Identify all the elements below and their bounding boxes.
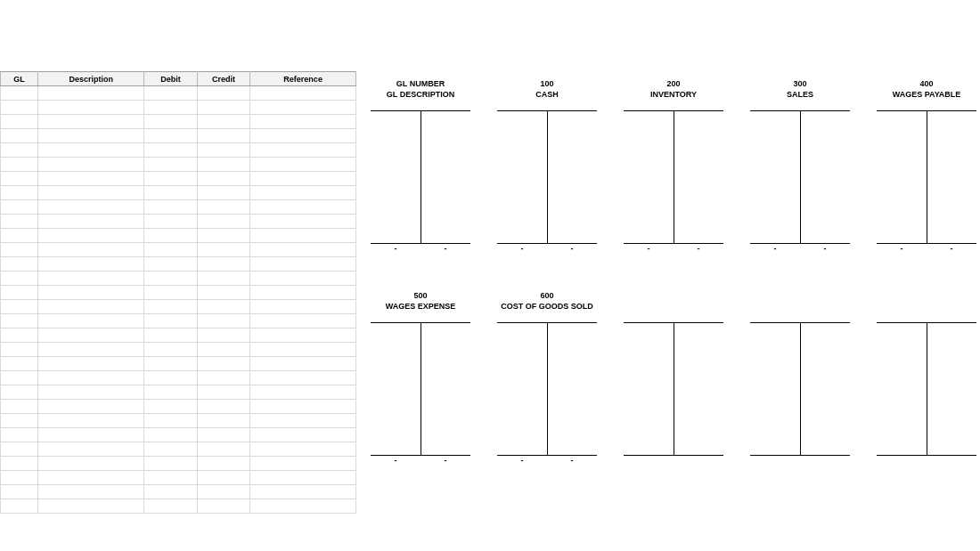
journal-cell[interactable]	[250, 357, 356, 371]
journal-cell[interactable]	[144, 457, 197, 471]
journal-cell[interactable]	[38, 400, 144, 414]
journal-cell[interactable]	[197, 385, 250, 400]
journal-cell[interactable]	[38, 357, 144, 371]
journal-cell[interactable]	[38, 86, 144, 101]
journal-cell[interactable]	[1, 215, 38, 229]
journal-cell[interactable]	[144, 243, 197, 257]
journal-cell[interactable]	[38, 215, 144, 229]
journal-cell[interactable]	[250, 414, 356, 428]
journal-cell[interactable]	[250, 385, 356, 400]
journal-cell[interactable]	[250, 86, 356, 101]
journal-cell[interactable]	[144, 300, 197, 314]
journal-cell[interactable]	[38, 471, 144, 485]
journal-cell[interactable]	[38, 371, 144, 385]
journal-cell[interactable]	[1, 485, 38, 499]
journal-cell[interactable]	[197, 186, 250, 200]
journal-cell[interactable]	[38, 158, 144, 172]
journal-cell[interactable]	[38, 300, 144, 314]
journal-cell[interactable]	[38, 186, 144, 200]
journal-cell[interactable]	[38, 457, 144, 471]
journal-cell[interactable]	[250, 485, 356, 499]
journal-cell[interactable]	[197, 371, 250, 385]
journal-cell[interactable]	[38, 328, 144, 343]
journal-cell[interactable]	[38, 442, 144, 457]
journal-cell[interactable]	[1, 200, 38, 215]
journal-cell[interactable]	[250, 428, 356, 442]
journal-cell[interactable]	[1, 143, 38, 158]
journal-cell[interactable]	[38, 343, 144, 357]
journal-cell[interactable]	[197, 428, 250, 442]
journal-cell[interactable]	[1, 428, 38, 442]
journal-cell[interactable]	[197, 286, 250, 300]
journal-cell[interactable]	[197, 343, 250, 357]
journal-cell[interactable]	[250, 229, 356, 243]
journal-cell[interactable]	[250, 499, 356, 514]
journal-cell[interactable]	[38, 143, 144, 158]
journal-cell[interactable]	[250, 129, 356, 143]
journal-cell[interactable]	[144, 143, 197, 158]
journal-cell[interactable]	[144, 215, 197, 229]
journal-cell[interactable]	[197, 457, 250, 471]
journal-cell[interactable]	[197, 328, 250, 343]
journal-cell[interactable]	[38, 101, 144, 115]
journal-cell[interactable]	[1, 300, 38, 314]
journal-cell[interactable]	[144, 414, 197, 428]
journal-cell[interactable]	[197, 129, 250, 143]
journal-cell[interactable]	[38, 172, 144, 186]
journal-cell[interactable]	[144, 129, 197, 143]
journal-cell[interactable]	[250, 328, 356, 343]
journal-cell[interactable]	[144, 328, 197, 343]
journal-cell[interactable]	[38, 257, 144, 271]
journal-cell[interactable]	[144, 385, 197, 400]
journal-cell[interactable]	[197, 158, 250, 172]
journal-cell[interactable]	[197, 115, 250, 129]
journal-cell[interactable]	[144, 471, 197, 485]
journal-cell[interactable]	[38, 286, 144, 300]
journal-cell[interactable]	[144, 158, 197, 172]
journal-cell[interactable]	[1, 158, 38, 172]
journal-cell[interactable]	[38, 485, 144, 499]
journal-cell[interactable]	[250, 200, 356, 215]
journal-cell[interactable]	[38, 499, 144, 514]
journal-cell[interactable]	[1, 343, 38, 357]
journal-cell[interactable]	[144, 172, 197, 186]
journal-cell[interactable]	[1, 357, 38, 371]
journal-cell[interactable]	[197, 101, 250, 115]
journal-cell[interactable]	[144, 499, 197, 514]
journal-cell[interactable]	[38, 385, 144, 400]
journal-cell[interactable]	[197, 300, 250, 314]
journal-cell[interactable]	[197, 229, 250, 243]
journal-cell[interactable]	[250, 343, 356, 357]
journal-cell[interactable]	[250, 442, 356, 457]
journal-cell[interactable]	[197, 257, 250, 271]
journal-cell[interactable]	[250, 243, 356, 257]
journal-cell[interactable]	[144, 257, 197, 271]
journal-cell[interactable]	[1, 115, 38, 129]
journal-cell[interactable]	[1, 314, 38, 328]
journal-cell[interactable]	[144, 400, 197, 414]
journal-cell[interactable]	[1, 414, 38, 428]
journal-cell[interactable]	[197, 485, 250, 499]
journal-cell[interactable]	[144, 485, 197, 499]
journal-cell[interactable]	[197, 499, 250, 514]
journal-cell[interactable]	[1, 172, 38, 186]
journal-cell[interactable]	[250, 172, 356, 186]
journal-cell[interactable]	[38, 229, 144, 243]
journal-cell[interactable]	[38, 428, 144, 442]
journal-cell[interactable]	[144, 271, 197, 286]
journal-cell[interactable]	[1, 271, 38, 286]
journal-cell[interactable]	[1, 186, 38, 200]
journal-cell[interactable]	[38, 271, 144, 286]
journal-cell[interactable]	[197, 200, 250, 215]
journal-cell[interactable]	[144, 343, 197, 357]
journal-cell[interactable]	[1, 371, 38, 385]
journal-cell[interactable]	[144, 357, 197, 371]
journal-cell[interactable]	[250, 101, 356, 115]
journal-cell[interactable]	[250, 215, 356, 229]
journal-cell[interactable]	[1, 129, 38, 143]
journal-cell[interactable]	[250, 186, 356, 200]
journal-cell[interactable]	[197, 86, 250, 101]
journal-cell[interactable]	[144, 101, 197, 115]
journal-cell[interactable]	[38, 314, 144, 328]
journal-cell[interactable]	[1, 400, 38, 414]
